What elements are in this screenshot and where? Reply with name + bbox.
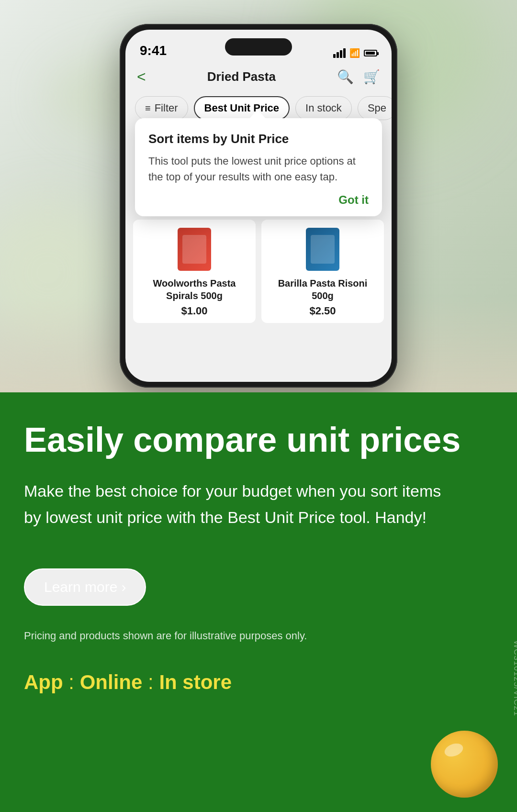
search-icon[interactable]: 🔍 [337,69,354,85]
fruit-circle [431,731,498,798]
pasta-box-barilla [306,228,339,271]
main-heading: Easily compare unit prices [24,421,493,459]
best-unit-price-label: Best Unit Price [204,102,280,114]
in-stock-chip[interactable]: In stock [295,96,352,120]
product-card-1[interactable]: Woolworths Pasta Spirals 500g $1.00 [133,220,256,323]
signal-icon [333,48,346,58]
tooltip-popup: Sort items by Unit Price This tool puts … [135,118,382,216]
special-label: Spe [368,102,386,114]
watermark: WC310125/VIC21 [512,640,517,716]
filter-chip-label: Filter [155,102,178,114]
dynamic-island [225,38,292,56]
nav-bar: < Dried Pasta 🔍 🛒 [125,63,392,92]
cart-icon[interactable]: 🛒 [363,69,380,85]
tooltip-arrow [249,110,266,119]
nav-icons: 🔍 🛒 [337,69,380,85]
decorative-fruit [426,726,503,802]
learn-more-button[interactable]: Learn more › [24,568,146,606]
disclaimer-text: Pricing and products shown are for illus… [24,630,493,642]
product-image-1 [139,225,250,273]
page-title: Dried Pasta [207,69,276,84]
tagline-app: App [24,671,63,693]
bottom-section: Easily compare unit prices Make the best… [0,392,517,812]
phone-screen: 9:41 📶 < Dried Pasta [125,30,392,382]
battery-icon [364,50,377,56]
product-price-2: $2.50 [267,305,378,317]
back-button[interactable]: < [137,68,146,86]
product-name-1: Woolworths Pasta Spirals 500g [139,277,250,302]
filter-chip[interactable]: ≡ Filter [135,96,188,120]
got-it-button[interactable]: Got it [148,193,369,207]
product-name-2: Barilla Pasta Risoni 500g [267,277,378,302]
best-unit-price-chip[interactable]: Best Unit Price [194,96,290,120]
product-card-2[interactable]: Barilla Pasta Risoni 500g $2.50 [261,220,384,323]
learn-more-label: Learn more [44,579,117,595]
product-image-2 [267,225,378,273]
learn-more-chevron: › [121,579,126,595]
tooltip-body: This tool puts the lowest unit price opt… [148,153,369,185]
top-section: 9:41 📶 < Dried Pasta [0,0,517,392]
tagline-online: Online [80,671,143,693]
tagline-sep2: : [142,671,159,693]
product-price-1: $1.00 [139,305,250,317]
in-stock-label: In stock [305,102,342,114]
app-tagline: App : Online : In store [24,671,493,694]
filter-icon: ≡ [145,103,151,114]
phone-mockup: 9:41 📶 < Dried Pasta [120,24,397,388]
pasta-box-woolworths [178,228,211,271]
tagline-sep1: : [63,671,80,693]
status-icons: 📶 [333,48,377,58]
main-description: Make the best choice for your budget whe… [24,478,455,530]
fruit-shine [443,741,465,759]
status-time: 9:41 [140,43,167,58]
products-area: Woolworths Pasta Spirals 500g $1.00 Bari… [125,220,392,323]
special-chip[interactable]: Spe [358,96,392,120]
tagline-in-store: In store [159,671,232,693]
wifi-icon: 📶 [349,48,360,58]
tooltip-title: Sort items by Unit Price [148,132,369,146]
